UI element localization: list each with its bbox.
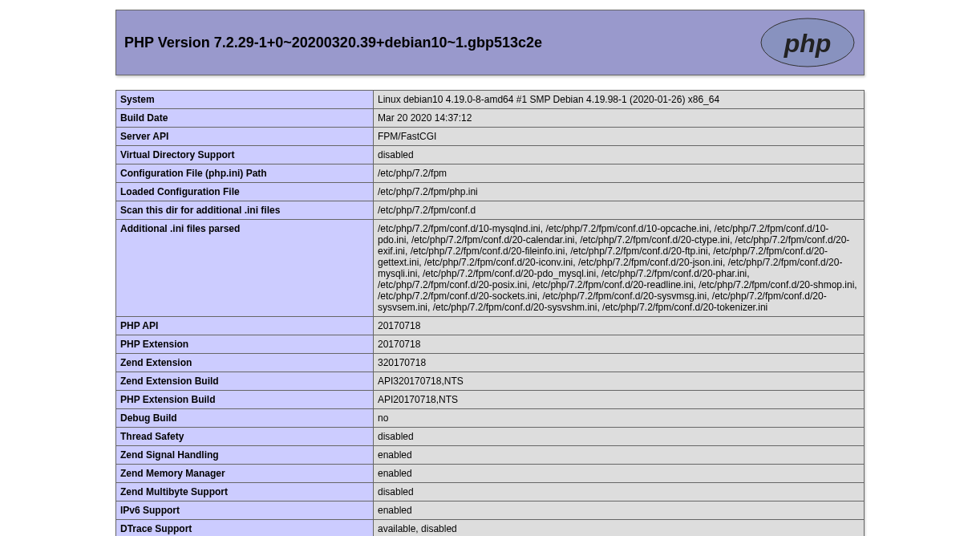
config-label: Additional .ini files parsed [116, 220, 374, 317]
table-row: Additional .ini files parsed/etc/php/7.2… [116, 220, 865, 317]
config-value: no [374, 409, 865, 428]
table-row: SystemLinux debian10 4.19.0-8-amd64 #1 S… [116, 91, 865, 109]
config-value: available, disabled [374, 520, 865, 537]
table-row: Virtual Directory Supportdisabled [116, 146, 865, 164]
config-value: enabled [374, 465, 865, 483]
config-value: /etc/php/7.2/fpm/php.ini [374, 183, 865, 201]
header-table: PHP Version 7.2.29-1+0~20200320.39+debia… [115, 10, 865, 75]
config-value: API20170718,NTS [374, 391, 865, 409]
config-label: Thread Safety [116, 428, 374, 446]
config-label: Server API [116, 128, 374, 146]
config-value: disabled [374, 146, 865, 164]
config-label: Build Date [116, 109, 374, 128]
svg-text:php: php [784, 29, 832, 58]
table-row: Zend Extension320170718 [116, 354, 865, 372]
config-label: Zend Multibyte Support [116, 483, 374, 501]
table-row: Debug Buildno [116, 409, 865, 428]
config-value: 320170718 [374, 354, 865, 372]
table-row: Server APIFPM/FastCGI [116, 128, 865, 146]
table-row: Build DateMar 20 2020 14:37:12 [116, 109, 865, 128]
config-value: API320170718,NTS [374, 372, 865, 391]
config-value: /etc/php/7.2/fpm [374, 164, 865, 183]
config-label: Configuration File (php.ini) Path [116, 164, 374, 183]
config-label: DTrace Support [116, 520, 374, 537]
table-row: IPv6 Supportenabled [116, 501, 865, 520]
config-label: Zend Memory Manager [116, 465, 374, 483]
table-row: Zend Memory Managerenabled [116, 465, 865, 483]
config-label: Loaded Configuration File [116, 183, 374, 201]
table-row: Zend Multibyte Supportdisabled [116, 483, 865, 501]
table-row: Zend Extension BuildAPI320170718,NTS [116, 372, 865, 391]
table-row: Loaded Configuration File/etc/php/7.2/fp… [116, 183, 865, 201]
php-logo-icon: php [759, 17, 856, 68]
config-label: Scan this dir for additional .ini files [116, 201, 374, 220]
config-value: 20170718 [374, 317, 865, 335]
config-label: PHP API [116, 317, 374, 335]
config-label: Zend Signal Handling [116, 446, 374, 465]
page-title: PHP Version 7.2.29-1+0~20200320.39+debia… [124, 35, 542, 51]
config-value: enabled [374, 501, 865, 520]
config-value: enabled [374, 446, 865, 465]
config-value: FPM/FastCGI [374, 128, 865, 146]
config-label: PHP Extension [116, 335, 374, 354]
config-label: IPv6 Support [116, 501, 374, 520]
config-value: Linux debian10 4.19.0-8-amd64 #1 SMP Deb… [374, 91, 865, 109]
config-label: Debug Build [116, 409, 374, 428]
info-table: SystemLinux debian10 4.19.0-8-amd64 #1 S… [115, 90, 865, 536]
config-label: Zend Extension Build [116, 372, 374, 391]
table-row: DTrace Supportavailable, disabled [116, 520, 865, 537]
table-row: Thread Safetydisabled [116, 428, 865, 446]
table-row: Scan this dir for additional .ini files/… [116, 201, 865, 220]
config-label: PHP Extension Build [116, 391, 374, 409]
config-value: disabled [374, 483, 865, 501]
config-value: 20170718 [374, 335, 865, 354]
table-row: PHP API20170718 [116, 317, 865, 335]
config-label: System [116, 91, 374, 109]
table-row: PHP Extension20170718 [116, 335, 865, 354]
config-value: disabled [374, 428, 865, 446]
config-value: /etc/php/7.2/fpm/conf.d/10-mysqlnd.ini, … [374, 220, 865, 317]
table-row: Zend Signal Handlingenabled [116, 446, 865, 465]
table-row: PHP Extension BuildAPI20170718,NTS [116, 391, 865, 409]
config-value: Mar 20 2020 14:37:12 [374, 109, 865, 128]
config-value: /etc/php/7.2/fpm/conf.d [374, 201, 865, 220]
table-row: Configuration File (php.ini) Path/etc/ph… [116, 164, 865, 183]
config-label: Virtual Directory Support [116, 146, 374, 164]
config-label: Zend Extension [116, 354, 374, 372]
